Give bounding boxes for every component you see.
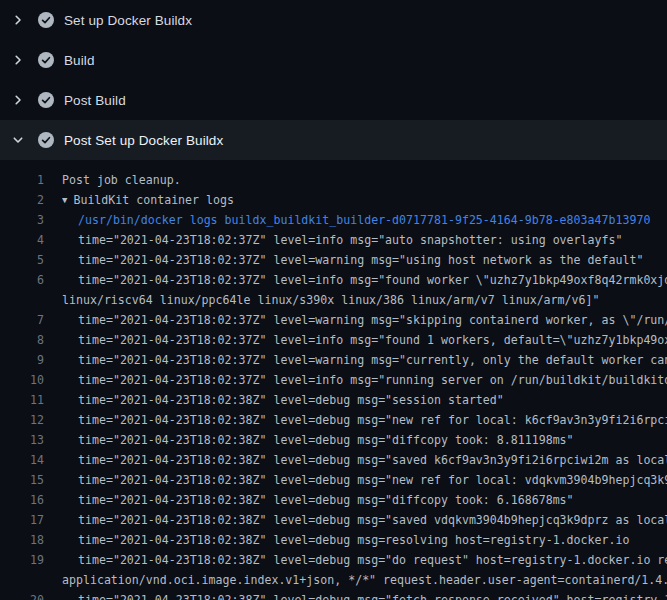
log-line: 5 time="2021-04-23T18:02:37Z" level=warn…: [0, 250, 667, 270]
log-line-number[interactable]: 2: [0, 190, 44, 210]
log-line: 9 time="2021-04-23T18:02:37Z" level=warn…: [0, 350, 667, 370]
log-line-text: Post job cleanup.: [62, 170, 667, 190]
log-line: 12 time="2021-04-23T18:02:38Z" level=deb…: [0, 410, 667, 430]
log-line: 16 time="2021-04-23T18:02:38Z" level=deb…: [0, 490, 667, 510]
log-line-number[interactable]: 14: [0, 450, 44, 470]
log-line: 11 time="2021-04-23T18:02:38Z" level=deb…: [0, 390, 667, 410]
log-line-number[interactable]: 13: [0, 430, 44, 450]
log-line-text: time="2021-04-23T18:02:37Z" level=info m…: [62, 330, 667, 350]
log-line-number[interactable]: 9: [0, 350, 44, 370]
step-section-post-build[interactable]: Post Build: [0, 80, 667, 120]
log-line-text: time="2021-04-23T18:02:38Z" level=debug …: [62, 490, 667, 510]
log-line-text: time="2021-04-23T18:02:38Z" level=debug …: [62, 410, 667, 430]
log-line: 17 time="2021-04-23T18:02:38Z" level=deb…: [0, 510, 667, 530]
log-line-wrapped: linux/riscv64 linux/ppc64le linux/s390x …: [0, 290, 667, 310]
log-line-number[interactable]: 17: [0, 510, 44, 530]
step-section-label: Build: [64, 53, 95, 68]
log-line-number[interactable]: 18: [0, 530, 44, 550]
log-line-number[interactable]: 16: [0, 490, 44, 510]
step-sections: Set up Docker Buildx Build P: [0, 0, 667, 160]
chevron-down-icon: [12, 134, 24, 146]
log-line-text: time="2021-04-23T18:02:37Z" level=warnin…: [62, 310, 667, 330]
log-line-number[interactable]: 4: [0, 230, 44, 250]
log-line-number[interactable]: 10: [0, 370, 44, 390]
log-line-text: time="2021-04-23T18:02:38Z" level=debug …: [62, 550, 667, 570]
group-expanded-triangle-icon: ▼: [62, 195, 67, 205]
log-line: 13 time="2021-04-23T18:02:38Z" level=deb…: [0, 430, 667, 450]
log-line: 19 time="2021-04-23T18:02:38Z" level=deb…: [0, 550, 667, 570]
log-line-number[interactable]: 11: [0, 390, 44, 410]
step-section-set-up-docker-buildx[interactable]: Set up Docker Buildx: [0, 0, 667, 40]
log-group-toggle[interactable]: ▼BuildKit container logs: [62, 190, 667, 210]
command-line-text: /usr/bin/docker logs buildx_buildkit_bui…: [62, 210, 667, 230]
log-line: 18 time="2021-04-23T18:02:38Z" level=deb…: [0, 530, 667, 550]
log-line-text: time="2021-04-23T18:02:37Z" level=info m…: [62, 230, 667, 250]
check-circle-icon: [38, 92, 54, 108]
log-line-number[interactable]: 19: [0, 550, 44, 570]
log-line-text: time="2021-04-23T18:02:38Z" level=debug …: [62, 510, 667, 530]
check-circle-icon: [38, 52, 54, 68]
log-line-text: time="2021-04-23T18:02:38Z" level=debug …: [62, 530, 667, 550]
log-line-number[interactable]: 8: [0, 330, 44, 350]
log-line: 2 ▼BuildKit container logs: [0, 190, 667, 210]
log-line-text: linux/riscv64 linux/ppc64le linux/s390x …: [62, 290, 667, 310]
actions-log-viewer: Set up Docker Buildx Build P: [0, 0, 667, 600]
log-line-text: time="2021-04-23T18:02:38Z" level=debug …: [62, 450, 667, 470]
check-circle-icon: [38, 132, 54, 148]
log-line-text: time="2021-04-23T18:02:37Z" level=info m…: [62, 370, 667, 390]
log-line-text: time="2021-04-23T18:02:37Z" level=warnin…: [62, 250, 667, 270]
log-line-number[interactable]: 5: [0, 250, 44, 270]
log-line-number[interactable]: 7: [0, 310, 44, 330]
log-line-text: time="2021-04-23T18:02:37Z" level=warnin…: [62, 350, 667, 370]
log-line-wrapped: application/vnd.oci.image.index.v1+json,…: [0, 570, 667, 590]
log-line-number[interactable]: 1: [0, 170, 44, 190]
log-line: 1 Post job cleanup.: [0, 170, 667, 190]
log-line-text: time="2021-04-23T18:02:38Z" level=debug …: [62, 430, 667, 450]
log-line: 7 time="2021-04-23T18:02:37Z" level=warn…: [0, 310, 667, 330]
check-circle-icon: [38, 12, 54, 28]
log-line-number[interactable]: 6: [0, 270, 44, 290]
chevron-right-icon: [12, 54, 24, 66]
log-line-number[interactable]: 12: [0, 410, 44, 430]
chevron-right-icon: [12, 94, 24, 106]
step-section-label: Post Build: [64, 93, 126, 108]
log-container: 1 Post job cleanup. 2 ▼BuildKit containe…: [0, 160, 667, 600]
log-line-text: time="2021-04-23T18:02:38Z" level=debug …: [62, 390, 667, 410]
log-line: 15 time="2021-04-23T18:02:38Z" level=deb…: [0, 470, 667, 490]
log-line-number[interactable]: 3: [0, 210, 44, 230]
log-line: 20 time="2021-04-23T18:02:38Z" level=deb…: [0, 590, 667, 600]
log-line-text: application/vnd.oci.image.index.v1+json,…: [62, 570, 667, 590]
log-line: 8 time="2021-04-23T18:02:37Z" level=info…: [0, 330, 667, 350]
log-line-text: time="2021-04-23T18:02:38Z" level=debug …: [62, 590, 667, 600]
log-line: 3 /usr/bin/docker logs buildx_buildkit_b…: [0, 210, 667, 230]
log-line-number[interactable]: 20: [0, 590, 44, 600]
log-line: 4 time="2021-04-23T18:02:37Z" level=info…: [0, 230, 667, 250]
step-section-post-set-up-docker-buildx[interactable]: Post Set up Docker Buildx: [0, 120, 667, 160]
log-line-text: time="2021-04-23T18:02:37Z" level=info m…: [62, 270, 667, 290]
log-line-number[interactable]: 15: [0, 470, 44, 490]
log-line: 6 time="2021-04-23T18:02:37Z" level=info…: [0, 270, 667, 290]
log-line-text: time="2021-04-23T18:02:38Z" level=debug …: [62, 470, 667, 490]
log-line: 14 time="2021-04-23T18:02:38Z" level=deb…: [0, 450, 667, 470]
chevron-right-icon: [12, 14, 24, 26]
log-line: 10 time="2021-04-23T18:02:37Z" level=inf…: [0, 370, 667, 390]
step-section-build[interactable]: Build: [0, 40, 667, 80]
step-section-label: Post Set up Docker Buildx: [64, 133, 223, 148]
step-section-label: Set up Docker Buildx: [64, 13, 192, 28]
